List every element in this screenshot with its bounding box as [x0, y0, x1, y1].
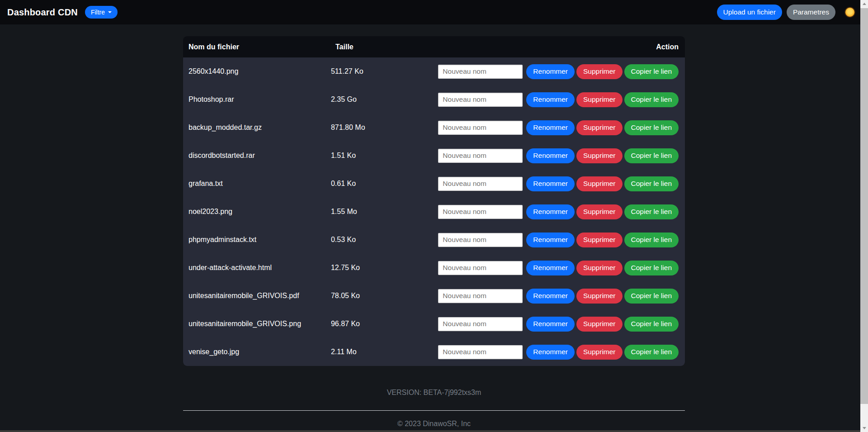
table-row: backup_modded.tar.gz 871.80 Mo Renommer … [183, 114, 685, 142]
rename-input[interactable] [438, 121, 523, 135]
settings-button[interactable]: Parametres [787, 5, 835, 20]
scrollbar-thumb[interactable] [860, 8, 868, 404]
delete-button[interactable]: Supprimer [576, 261, 623, 275]
rename-input[interactable] [438, 149, 523, 163]
rename-button[interactable]: Renommer [526, 148, 575, 163]
file-size: 871.80 Mo [331, 123, 438, 132]
footer-divider [183, 410, 685, 411]
copy-link-button[interactable]: Copier le lien [624, 148, 679, 163]
rename-input[interactable] [438, 65, 523, 79]
row-actions: Renommer Supprimer Copier le lien [438, 317, 685, 332]
delete-button[interactable]: Supprimer [576, 233, 623, 247]
row-actions: Renommer Supprimer Copier le lien [438, 204, 685, 219]
file-size: 0.61 Ko [331, 180, 438, 188]
scroll-down-button[interactable] [860, 424, 868, 432]
row-actions: Renommer Supprimer Copier le lien [438, 64, 685, 79]
file-size: 2.11 Mo [331, 348, 438, 356]
rename-input[interactable] [438, 289, 523, 303]
file-name: unitesanitairemobile_GRIVOIS.png [183, 320, 331, 328]
delete-button[interactable]: Supprimer [576, 64, 623, 79]
file-size: 1.55 Mo [331, 208, 438, 216]
table-row: unitesanitairemobile_GRIVOIS.png 96.87 K… [183, 310, 685, 338]
main-content: Nom du fichier Taille Action 2560x1440.p… [183, 36, 685, 428]
file-table: Nom du fichier Taille Action 2560x1440.p… [183, 36, 685, 366]
delete-button[interactable]: Supprimer [576, 92, 623, 107]
filter-dropdown-label: Filtre [91, 9, 105, 16]
app-title: Dashboard CDN [7, 7, 78, 18]
delete-button[interactable]: Supprimer [576, 120, 623, 135]
copy-link-button[interactable]: Copier le lien [624, 317, 679, 332]
copy-link-button[interactable]: Copier le lien [624, 92, 679, 107]
rename-button[interactable]: Renommer [526, 204, 575, 219]
copyright-text: © 2023 DinawoSR, Inc [183, 420, 685, 428]
filter-dropdown-button[interactable]: Filtre [85, 6, 118, 19]
rename-input[interactable] [438, 261, 523, 275]
copy-link-button[interactable]: Copier le lien [624, 204, 679, 219]
copy-link-button[interactable]: Copier le lien [624, 289, 679, 304]
rename-input[interactable] [438, 205, 523, 219]
file-name: noel2023.png [183, 208, 331, 216]
delete-button[interactable]: Supprimer [576, 289, 623, 304]
file-name: phpmyadminstack.txt [183, 236, 331, 244]
rename-button[interactable]: Renommer [526, 92, 575, 107]
file-size: 1.51 Ko [331, 152, 438, 160]
navbar-actions: Upload un fichier Parametres [717, 5, 861, 20]
table-row: venise_geto.jpg 2.11 Mo Renommer Supprim… [183, 338, 685, 366]
file-name: 2560x1440.png [183, 67, 331, 76]
table-row: grafana.txt 0.61 Ko Renommer Supprimer C… [183, 170, 685, 198]
row-actions: Renommer Supprimer Copier le lien [438, 120, 685, 135]
file-name: Photoshop.rar [183, 95, 331, 104]
rename-button[interactable]: Renommer [526, 120, 575, 135]
copy-link-button[interactable]: Copier le lien [624, 345, 679, 360]
rename-button[interactable]: Renommer [526, 345, 575, 360]
vertical-scrollbar[interactable] [860, 0, 868, 432]
delete-button[interactable]: Supprimer [576, 345, 623, 360]
copy-link-button[interactable]: Copier le lien [624, 64, 679, 79]
row-actions: Renommer Supprimer Copier le lien [438, 92, 685, 107]
rename-button[interactable]: Renommer [526, 261, 575, 275]
row-actions: Renommer Supprimer Copier le lien [438, 289, 685, 304]
table-row: phpmyadminstack.txt 0.53 Ko Renommer Sup… [183, 226, 685, 254]
column-header-size: Taille [335, 43, 446, 51]
copy-link-button[interactable]: Copier le lien [624, 120, 679, 135]
table-row: 2560x1440.png 511.27 Ko Renommer Supprim… [183, 57, 685, 85]
rename-input[interactable] [438, 93, 523, 107]
row-actions: Renommer Supprimer Copier le lien [438, 233, 685, 247]
rename-button[interactable]: Renommer [526, 64, 575, 79]
row-actions: Renommer Supprimer Copier le lien [438, 148, 685, 163]
file-size: 12.75 Ko [331, 264, 438, 272]
file-name: discordbotstarted.rar [183, 152, 331, 160]
rename-input[interactable] [438, 317, 523, 331]
upload-file-button[interactable]: Upload un fichier [717, 5, 782, 20]
file-size: 78.05 Ko [331, 292, 438, 300]
copy-link-button[interactable]: Copier le lien [624, 261, 679, 275]
rename-input[interactable] [438, 233, 523, 247]
file-size: 511.27 Ko [331, 67, 438, 76]
file-name: venise_geto.jpg [183, 348, 331, 356]
row-actions: Renommer Supprimer Copier le lien [438, 345, 685, 360]
file-size: 2.35 Go [331, 95, 438, 104]
delete-button[interactable]: Supprimer [576, 176, 623, 191]
rename-button[interactable]: Renommer [526, 176, 575, 191]
delete-button[interactable]: Supprimer [576, 148, 623, 163]
rename-button[interactable]: Renommer [526, 289, 575, 304]
table-row: unitesanitairemobile_GRIVOIS.pdf 78.05 K… [183, 282, 685, 310]
file-size: 0.53 Ko [331, 236, 438, 244]
delete-button[interactable]: Supprimer [576, 317, 623, 332]
window-bottom-edge [0, 430, 860, 432]
rename-button[interactable]: Renommer [526, 317, 575, 332]
scroll-down-icon [863, 427, 866, 429]
rename-input[interactable] [438, 177, 523, 191]
table-row: discordbotstarted.rar 1.51 Ko Renommer S… [183, 142, 685, 170]
delete-button[interactable]: Supprimer [576, 204, 623, 219]
scroll-up-button[interactable] [860, 0, 868, 8]
file-name: backup_modded.tar.gz [183, 123, 331, 132]
file-size: 96.87 Ko [331, 320, 438, 328]
table-row: noel2023.png 1.55 Mo Renommer Supprimer … [183, 198, 685, 226]
sun-icon[interactable] [845, 8, 854, 17]
rename-input[interactable] [438, 345, 523, 359]
copy-link-button[interactable]: Copier le lien [624, 176, 679, 191]
rename-button[interactable]: Renommer [526, 233, 575, 247]
copy-link-button[interactable]: Copier le lien [624, 233, 679, 247]
table-header-row: Nom du fichier Taille Action [183, 36, 685, 57]
